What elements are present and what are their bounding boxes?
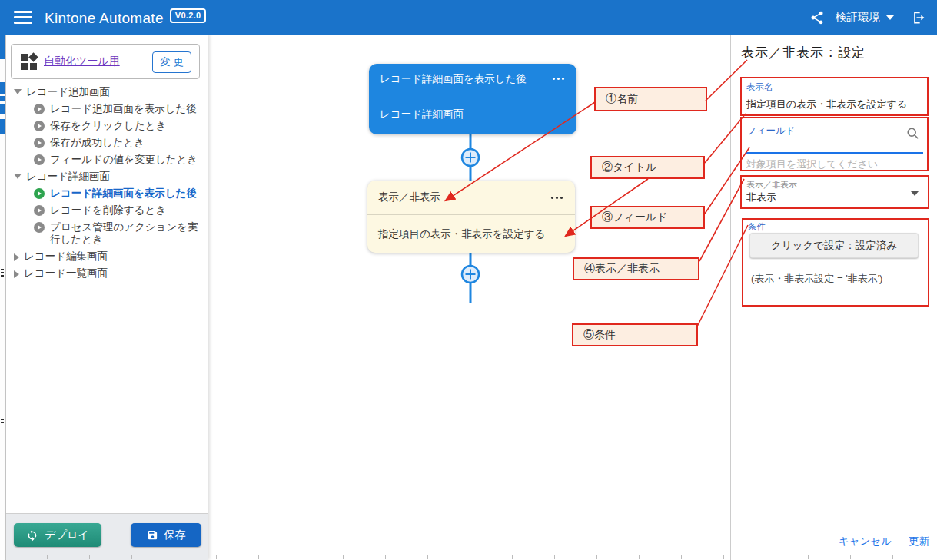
save-icon: [147, 529, 158, 541]
condition-section-outline: 条件 クリックで設定：設定済み (表示・非表示設定 = '非表示'): [742, 218, 929, 307]
chevron-down-icon: [886, 15, 894, 20]
field-input[interactable]: [746, 152, 923, 154]
event-icon: [34, 121, 45, 131]
node-body: レコード詳細画面: [369, 94, 576, 134]
flow-node-action[interactable]: 表示／非表示 指定項目の表示・非表示を設定する: [367, 181, 575, 253]
flow-connector: [458, 252, 483, 303]
condition-label: 条件: [748, 221, 766, 233]
display-name-value[interactable]: 指定項目の表示・非表示を設定する: [746, 98, 907, 111]
sync-icon: [26, 529, 38, 542]
node-subtitle: レコード詳細画面: [380, 108, 464, 121]
node-subtitle: 指定項目の表示・非表示を設定する: [378, 227, 545, 241]
event-icon: [34, 104, 45, 114]
update-button[interactable]: 更新: [909, 535, 929, 548]
version-badge: V0.2.0: [170, 8, 207, 23]
canvas-ruler-ticks: [5, 555, 937, 559]
environment-label: 検証環境: [836, 10, 880, 25]
logout-icon[interactable]: [911, 10, 926, 25]
node-title: 表示／非表示: [378, 191, 440, 204]
tree-item-event[interactable]: 保存が成功したとき: [6, 134, 208, 151]
select-underline: [746, 204, 924, 204]
tree-item-record-detail-screen[interactable]: レコード詳細画面: [6, 168, 208, 185]
tree-item-event[interactable]: フィールドの値を変更したとき: [6, 151, 208, 168]
cancel-button[interactable]: キャンセル: [839, 535, 892, 548]
node-title: レコード詳細画面を表示した後: [380, 72, 527, 86]
tree-item-record-add-screen[interactable]: レコード追加画面: [6, 84, 208, 101]
flow-connector: [458, 133, 483, 184]
event-tree: レコード追加画面 レコード追加画面を表示した後 保存をクリックしたとき 保存が成…: [6, 84, 208, 282]
app-selector-box: 自動化ツール用 変 更: [11, 44, 200, 79]
tree-item-event-selected[interactable]: レコード詳細画面を表示した後: [6, 185, 208, 202]
field-select-outline: フィールド 対象項目を選択してください: [740, 117, 929, 171]
select-caret-icon[interactable]: [911, 191, 919, 196]
node-menu-icon[interactable]: [551, 75, 566, 83]
annotation-title: ②タイトル: [590, 156, 705, 179]
flow-node-trigger[interactable]: レコード詳細画面を表示した後 レコード詳細画面: [369, 64, 576, 134]
visibility-value[interactable]: 非表示: [746, 191, 776, 204]
annotation-name: ①名前: [594, 87, 707, 111]
app-name-link[interactable]: 自動化ツール用: [44, 55, 120, 68]
settings-panel: 表示／非表示：設定 表示名 指定項目の表示・非表示を設定する フィールド 対象項…: [730, 35, 937, 560]
field-placeholder: 対象項目を選択してください: [746, 157, 878, 171]
event-icon: [34, 138, 45, 148]
app-header: Kintone AutomateV0.2.0 検証環境: [0, 0, 937, 35]
save-button[interactable]: 保存: [131, 523, 201, 547]
node-menu-icon[interactable]: [550, 194, 564, 202]
annotation-visibility: ④表示／非表示: [573, 257, 699, 280]
visibility-label: 表示／非表示: [746, 179, 797, 191]
display-name-field-outline: 表示名 指定項目の表示・非表示を設定する: [740, 77, 929, 116]
collapse-icon: [14, 174, 22, 179]
sidebar: 自動化ツール用 変 更 レコード追加画面 レコード追加画面を表示した後 保存をク…: [6, 35, 208, 560]
tree-item-event[interactable]: プロセス管理のアクションを実行したとき: [6, 219, 208, 248]
tree-item-record-list-screen[interactable]: レコード一覧画面: [6, 265, 208, 282]
event-icon: [34, 154, 45, 165]
display-name-label: 表示名: [746, 81, 773, 93]
collapse-icon: [14, 89, 22, 94]
event-icon: [34, 222, 45, 233]
field-label: フィールド: [746, 124, 796, 138]
condition-settings-button[interactable]: クリックで設定：設定済み: [749, 233, 919, 258]
expand-icon: [14, 253, 19, 261]
kintone-automate-app: Kintone AutomateV0.2.0 検証環境 自動化ツール用 変 更: [0, 0, 937, 560]
sidebar-footer: デプロイ 保存: [6, 513, 208, 560]
search-icon[interactable]: [906, 127, 920, 141]
panel-title: 表示／非表示：設定: [741, 44, 866, 61]
flow-canvas[interactable]: レコード詳細画面を表示した後 レコード詳細画面 表示／非表示 指定項目の表示・非…: [208, 35, 731, 560]
kintone-app-icon: [21, 54, 37, 70]
change-app-button[interactable]: 変 更: [152, 51, 191, 73]
event-icon: [34, 205, 45, 216]
tree-item-event[interactable]: 保存をクリックしたとき: [6, 118, 208, 134]
annotation-field: ③フィールド: [590, 206, 705, 229]
tree-item-event[interactable]: レコード追加画面を表示した後: [6, 101, 208, 118]
node-header: レコード詳細画面を表示した後: [369, 64, 576, 94]
app-title: Kintone AutomateV0.2.0: [45, 8, 206, 27]
condition-expression: (表示・非表示設定 = '非表示'): [751, 272, 882, 286]
event-icon-active: [34, 188, 45, 199]
tree-item-record-edit-screen[interactable]: レコード編集画面: [6, 248, 208, 265]
node-header: 表示／非表示: [367, 181, 575, 215]
divider: [748, 300, 911, 300]
environment-selector[interactable]: 検証環境: [836, 10, 894, 25]
visibility-select-outline: 表示／非表示 非表示: [740, 175, 929, 209]
expand-icon: [14, 270, 19, 278]
node-body: 指定項目の表示・非表示を設定する: [367, 215, 575, 253]
tree-item-event[interactable]: レコードを削除するとき: [6, 202, 208, 219]
annotation-condition: ⑤条件: [572, 323, 698, 346]
menu-icon[interactable]: [14, 11, 32, 24]
deploy-button[interactable]: デプロイ: [14, 523, 101, 547]
edge-mini-strip: [0, 35, 6, 560]
share-icon[interactable]: [809, 10, 825, 25]
